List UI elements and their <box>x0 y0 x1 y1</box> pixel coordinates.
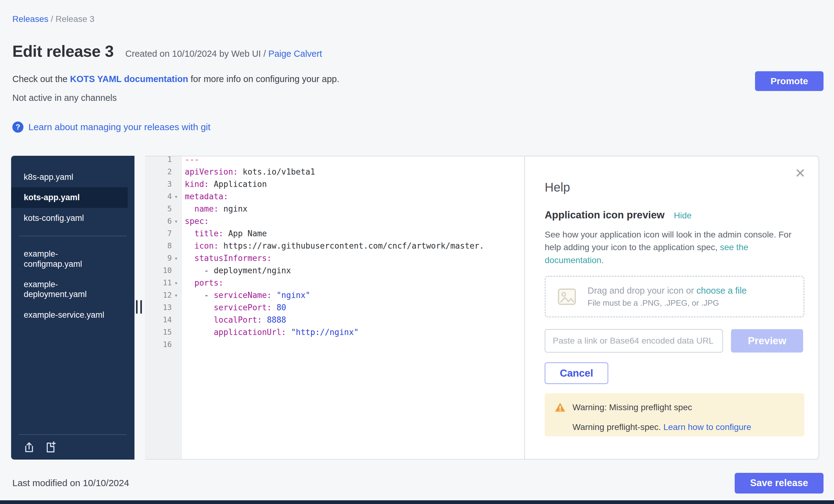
line-number: 1 <box>168 156 172 166</box>
last-modified-text: Last modified on 10/10/2024 <box>12 478 129 488</box>
file-item-example-service.yaml[interactable]: example-service.yaml <box>11 305 134 325</box>
created-by-link[interactable]: Paige Calvert <box>268 49 322 59</box>
code-text: title: App Name <box>182 227 267 240</box>
gutter-cell: 9▾ <box>145 252 182 264</box>
code-text: spec: <box>182 215 209 227</box>
code-line[interactable]: 11▾ ports: <box>145 277 524 289</box>
line-number: 11 <box>163 277 172 289</box>
learn-how-to-configure-link[interactable]: Learn how to configure <box>663 422 751 432</box>
new-file-icon[interactable] <box>44 441 57 454</box>
edit-release-page: Releases / Release 3 Edit release 3 Crea… <box>0 0 834 504</box>
gutter-cell: 12▾ <box>145 289 182 301</box>
yaml-editor[interactable]: 1---2apiVersion: kots.io/v1beta13kind: A… <box>145 156 524 460</box>
file-item-label: example-configmap.yaml <box>24 249 116 269</box>
choose-file-link[interactable]: choose a file <box>697 286 747 295</box>
warning-detail: Warning preflight-spec. Learn how to con… <box>554 421 794 433</box>
code-line[interactable]: 1--- <box>145 156 524 166</box>
question-icon[interactable]: ? <box>12 122 23 133</box>
save-release-button[interactable]: Save release <box>735 473 824 494</box>
gutter-cell: 13 <box>145 301 182 314</box>
file-item-label: example-deployment.yaml <box>24 280 116 300</box>
doc-row: Check out the KOTS YAML documentation fo… <box>12 74 824 84</box>
line-number: 10 <box>163 264 172 277</box>
description-text: See how your application icon will look … <box>545 230 791 252</box>
code-line[interactable]: 10 - deployment/nginx <box>145 264 524 277</box>
dropzone-text: Drag and drop your icon or choose a file… <box>588 286 747 308</box>
code-line[interactable]: 7 title: App Name <box>145 227 524 240</box>
code-line[interactable]: 4▾metadata: <box>145 190 524 203</box>
code-lines: 1---2apiVersion: kots.io/v1beta13kind: A… <box>145 156 524 351</box>
file-tree-list: k8s-app.yamlkots-app.yamlkots-config.yam… <box>11 167 134 325</box>
file-item-kots-app.yaml[interactable]: kots-app.yaml <box>11 187 128 207</box>
upload-file-icon[interactable] <box>23 441 36 454</box>
fold-arrow-icon[interactable]: ▾ <box>172 277 180 289</box>
icon-url-input[interactable] <box>545 329 723 353</box>
code-text: - deployment/nginx <box>182 264 291 277</box>
file-item-kots-config.yaml[interactable]: kots-config.yaml <box>11 208 134 228</box>
file-tree-divider <box>19 236 127 236</box>
fold-arrow-icon[interactable]: ▾ <box>172 289 180 301</box>
icon-preview-title: Application icon preview <box>545 209 665 221</box>
breadcrumb-separator: / <box>48 14 56 24</box>
pane-resize-handle-left[interactable] <box>136 300 144 314</box>
line-number: 16 <box>163 338 172 351</box>
line-number: 7 <box>168 227 172 240</box>
code-line[interactable]: 6▾spec: <box>145 215 524 227</box>
preview-button[interactable]: Preview <box>731 329 803 353</box>
page-title: Edit release 3 <box>12 42 113 61</box>
code-text: name: nginx <box>182 203 248 215</box>
warning-title: Warning: Missing preflight spec <box>572 402 692 412</box>
code-line[interactable]: 8 icon: https://raw.githubusercontent.co… <box>145 240 524 252</box>
code-line[interactable]: 16 <box>145 338 524 351</box>
gutter-cell: 10 <box>145 264 182 277</box>
file-item-label: k8s-app.yaml <box>24 172 73 182</box>
footer-row: Last modified on 10/10/2024 Save release <box>12 473 824 494</box>
code-line[interactable]: 5 name: nginx <box>145 203 524 215</box>
cancel-button[interactable]: Cancel <box>545 363 608 384</box>
code-line[interactable]: 14 localPort: 8888 <box>145 314 524 326</box>
kots-yaml-doc-link[interactable]: KOTS YAML documentation <box>70 74 188 84</box>
code-line[interactable]: 3kind: Application <box>145 178 524 190</box>
code-text: kind: Application <box>182 178 267 190</box>
code-line[interactable]: 2apiVersion: kots.io/v1beta1 <box>145 166 524 178</box>
preflight-warning-box: Warning: Missing preflight spec Warning … <box>545 393 805 436</box>
created-text: Created on 10/10/2024 by Web UI / <box>125 49 268 59</box>
icon-dropzone[interactable]: Drag and drop your icon or choose a file… <box>545 276 805 317</box>
code-text: apiVersion: kots.io/v1beta1 <box>182 166 315 178</box>
description-period: . <box>601 256 604 265</box>
breadcrumb-releases-link[interactable]: Releases <box>12 14 48 24</box>
release-workspace: k8s-app.yamlkots-app.yamlkots-config.yam… <box>11 156 819 460</box>
fold-arrow-icon[interactable]: ▾ <box>172 190 180 203</box>
promote-button[interactable]: Promote <box>755 71 824 91</box>
gutter-cell: 16 <box>145 338 182 351</box>
doc-text-before: Check out the <box>12 74 70 84</box>
gutter-cell: 3 <box>145 178 182 190</box>
code-line[interactable]: 13 servicePort: 80 <box>145 301 524 314</box>
help-panel-title: Help <box>545 180 805 194</box>
git-help-link[interactable]: Learn about managing your releases with … <box>28 122 210 132</box>
code-line[interactable]: 9▾ statusInformers: <box>145 252 524 264</box>
fold-arrow-icon[interactable]: ▾ <box>172 215 180 227</box>
channel-status: Not active in any channels <box>12 93 824 103</box>
dropzone-subtext: File must be a .PNG, .JPEG, or .JPG <box>588 298 747 308</box>
code-text: statusInformers: <box>182 252 272 264</box>
code-line[interactable]: 12▾ - serviceName: "nginx" <box>145 289 524 301</box>
code-line[interactable]: 15 applicationUrl: "http://nginx" <box>145 326 524 338</box>
line-number: 15 <box>163 326 172 338</box>
bottom-strip <box>0 500 834 504</box>
gutter-cell: 8 <box>145 240 182 252</box>
file-item-example-configmap.yaml[interactable]: example-configmap.yaml <box>11 244 134 274</box>
gutter-cell: 1 <box>145 156 182 166</box>
dropzone-text-before: Drag and drop your icon or <box>588 286 697 295</box>
file-item-k8s-app.yaml[interactable]: k8s-app.yaml <box>11 167 134 187</box>
file-tree-footer <box>19 434 127 460</box>
gutter-cell: 15 <box>145 326 182 338</box>
close-icon[interactable]: ✕ <box>795 167 806 180</box>
file-item-example-deployment.yaml[interactable]: example-deployment.yaml <box>11 274 134 305</box>
code-text: --- <box>182 156 199 166</box>
created-info: Created on 10/10/2024 by Web UI / Paige … <box>125 49 322 59</box>
hide-link[interactable]: Hide <box>674 211 692 221</box>
help-panel: ✕ Help Application icon preview Hide See… <box>524 156 819 460</box>
fold-arrow-icon[interactable]: ▾ <box>172 252 180 264</box>
gutter-cell: 4▾ <box>145 190 182 203</box>
